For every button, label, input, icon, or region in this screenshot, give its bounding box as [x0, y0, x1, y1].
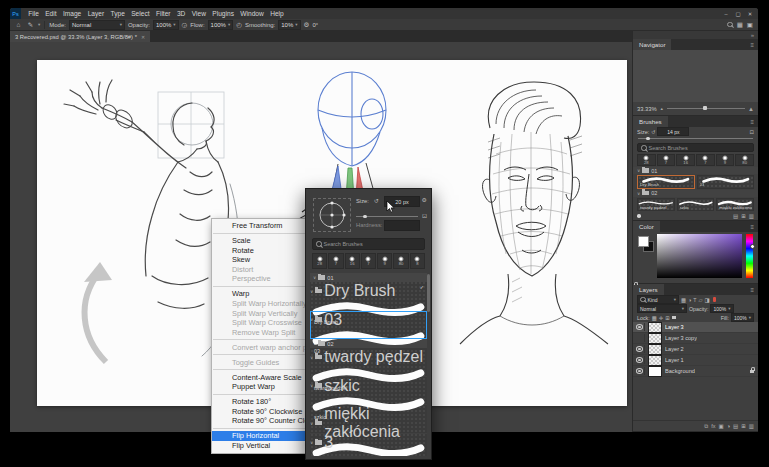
visibility-toggle[interactable] — [635, 367, 645, 375]
filter-type-icon[interactable]: T — [693, 297, 696, 303]
brush-list-item[interactable]: ∨ 01 01 ✓ — [310, 273, 427, 282]
brush-list-item[interactable]: ∨ 03 03 ✓ — [310, 311, 427, 340]
menu-item[interactable]: Plugins — [209, 10, 237, 17]
panel-menu-icon[interactable]: ≡ — [750, 224, 758, 230]
smoothing-select[interactable]: 10%▾ — [278, 20, 300, 30]
collapse-dock-icon[interactable]: » — [633, 31, 758, 39]
panel-menu-icon[interactable]: ≡ — [750, 42, 758, 48]
filter-toggle[interactable] — [713, 297, 716, 302]
tab-brushes[interactable]: Brushes — [633, 116, 668, 127]
menu-item[interactable]: Help — [267, 10, 287, 17]
layer-style-icon[interactable]: fx — [711, 423, 715, 429]
lock-all-icon[interactable] — [672, 316, 676, 319]
brush-preset[interactable]: 28 — [312, 253, 327, 269]
reset-icon[interactable]: ↺ — [651, 129, 655, 135]
layer-row[interactable]: Layer 1 — [633, 355, 758, 366]
lock-artboard-icon[interactable]: ⊞ — [665, 315, 669, 321]
brush-preset[interactable]: 9 — [377, 253, 392, 269]
layer-row[interactable]: Layer 3 copy — [633, 333, 758, 344]
visibility-toggle[interactable] — [635, 334, 645, 342]
brush-preset[interactable]: 7 — [328, 253, 343, 269]
layer-thumbnail[interactable] — [648, 322, 662, 333]
tab-color[interactable]: Color — [633, 221, 660, 232]
brush-preset[interactable]: 7 — [361, 253, 376, 269]
layer-opacity-field[interactable]: 100%▾ — [710, 304, 733, 313]
gear-icon[interactable]: ⚙ — [422, 196, 427, 203]
brush-item[interactable]: szkic — [677, 198, 715, 212]
brush-angle-value[interactable]: 0° — [312, 22, 318, 28]
brush-settings-icon[interactable]: ⊡ — [422, 212, 427, 219]
window-control-button[interactable]: ▢ — [733, 11, 743, 17]
layer-filter-select[interactable]: Kind▾ — [637, 295, 679, 304]
zoom-in-icon[interactable]: ▲ — [748, 106, 754, 112]
brush-list-item[interactable]: ∨ 3 3 ✓ — [310, 434, 427, 457]
menu-item[interactable]: View — [189, 10, 210, 17]
menu-item[interactable]: Edit — [42, 10, 60, 17]
layer-row[interactable]: Layer 3 — [633, 322, 758, 333]
new-brush-icon[interactable]: ⊞ — [741, 213, 746, 219]
size-slider[interactable] — [638, 138, 753, 139]
brush-preset[interactable]: 80 — [393, 253, 408, 269]
adjustment-layer-icon[interactable]: ◑ — [727, 423, 730, 429]
brush-folder[interactable]: ∨01 — [633, 167, 758, 174]
brush-preset[interactable]: 8 — [410, 253, 425, 269]
layer-thumbnail[interactable] — [648, 333, 662, 344]
opacity-select[interactable]: 100%▾ — [153, 20, 179, 30]
menu-item[interactable]: Window — [237, 10, 267, 17]
layer-thumbnail[interactable] — [648, 344, 662, 355]
window-control-button[interactable]: ✕ — [745, 11, 755, 17]
layer-mask-icon[interactable]: ▣ — [718, 423, 723, 429]
size-field[interactable]: 14 px — [657, 127, 689, 136]
hardness-field[interactable] — [384, 220, 420, 231]
workspace-icon[interactable]: ▦ — [737, 21, 743, 29]
trash-icon[interactable]: ▥ — [749, 213, 754, 219]
brush-list-item[interactable]: ∨ Dry Brush Dry Brush ✓ — [310, 282, 427, 311]
brush-item[interactable]: Dry Brush — [637, 175, 695, 189]
menu-item[interactable]: File — [25, 10, 42, 17]
visibility-toggle[interactable] — [635, 345, 645, 353]
document-tab[interactable]: 3 Recovered.psd @ 33.3% (Layer 3, RGB/8#… — [10, 31, 150, 42]
panel-menu-icon[interactable]: ≡ — [750, 119, 758, 125]
layer-fill-field[interactable]: 100%▾ — [731, 313, 754, 322]
navigator-zoom-slider[interactable] — [667, 108, 745, 109]
panel-menu-icon[interactable]: ≡ — [750, 287, 758, 293]
search-icon[interactable] — [727, 22, 733, 28]
brush-preset[interactable]: 16 — [676, 154, 695, 166]
layer-thumbnail[interactable] — [648, 355, 662, 366]
home-icon[interactable]: ⌂ — [14, 21, 23, 28]
menu-item[interactable]: Layer — [84, 10, 107, 17]
new-group-icon[interactable]: ▤ — [733, 213, 738, 219]
foreground-color-swatch[interactable] — [638, 236, 649, 247]
brush-list-item[interactable]: ∨ szkic szkic ✓ — [310, 377, 427, 406]
menu-item[interactable]: Select — [128, 10, 153, 17]
visibility-toggle[interactable] — [635, 356, 645, 364]
brush-preset[interactable]: 16 — [345, 253, 360, 269]
brush-preset[interactable]: 80 — [735, 154, 754, 166]
menu-item[interactable]: Image — [60, 10, 85, 17]
pressure-opacity-icon[interactable]: ◶ — [182, 21, 188, 29]
close-icon[interactable]: ✕ — [141, 34, 145, 40]
capture-icon[interactable]: ▣ — [747, 21, 753, 29]
mode-select[interactable]: Normal▾ — [69, 20, 125, 30]
menu-item[interactable]: 3D — [174, 10, 189, 17]
brush-preset[interactable]: 9 — [716, 154, 735, 166]
tab-navigator[interactable]: Navigator — [633, 39, 671, 50]
new-layer-icon[interactable]: ⊞ — [741, 423, 746, 429]
lock-position-icon[interactable]: ✛ — [659, 315, 663, 321]
brush-folder[interactable]: ∨02 — [633, 190, 758, 197]
smoothing-gear-icon[interactable]: ⚙ — [304, 21, 310, 29]
hue-marker[interactable] — [750, 244, 755, 249]
window-control-button[interactable]: – — [721, 11, 731, 17]
search-brushes-field[interactable]: Search Brushes — [312, 238, 425, 250]
tab-layers[interactable]: Layers — [633, 284, 664, 295]
preview-size-slider[interactable] — [637, 214, 641, 218]
filter-adjustment-icon[interactable]: ◑ — [688, 297, 691, 303]
flow-select[interactable]: 100%▾ — [208, 20, 234, 30]
zoom-out-icon[interactable]: ▲ — [660, 106, 664, 111]
menu-item[interactable]: Filter — [153, 10, 174, 17]
brush-tool-icon[interactable]: ✎ — [26, 21, 35, 29]
airbrush-icon[interactable]: ◴ — [236, 21, 242, 29]
brush-item[interactable]: twardy pędzel — [637, 198, 675, 212]
brush-list-item[interactable]: ∨ twardy pędzel twardy pędzel ✓ — [310, 348, 427, 377]
layer-thumbnail[interactable] — [648, 366, 662, 377]
